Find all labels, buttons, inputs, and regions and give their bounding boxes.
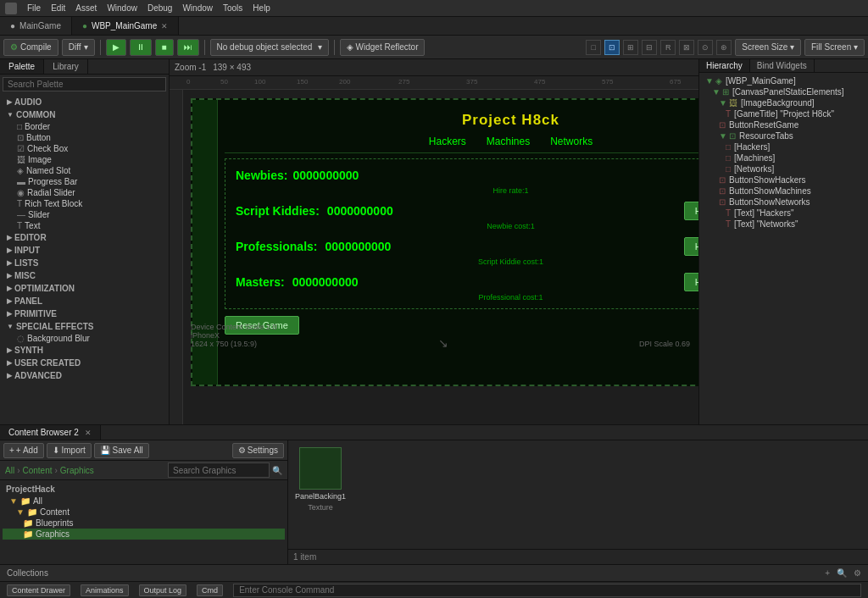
settings-button[interactable]: ⚙ Settings (232, 443, 284, 458)
tab-library[interactable]: Library (44, 59, 88, 74)
fill-screen-button[interactable]: Fill Screen ▾ (804, 39, 865, 56)
palette-cat-audio[interactable]: ▶ AUDIO (3, 96, 165, 108)
debug-dropdown[interactable]: No debug object selected ▾ (210, 39, 329, 56)
palette-item-button[interactable]: ⊡ Button (3, 132, 165, 143)
import-button[interactable]: ⬇ Import (47, 443, 92, 458)
menu-window2[interactable]: Window (182, 3, 213, 13)
palette-cat-advanced[interactable]: ▶ ADVANCED (3, 369, 165, 382)
stop-button[interactable]: ■ (155, 39, 174, 56)
palette-cat-editor[interactable]: ▶ EDITOR (3, 231, 165, 244)
menu-tools[interactable]: Tools (223, 3, 242, 13)
path-content[interactable]: Content (22, 466, 52, 475)
animations-button[interactable]: Animations (81, 584, 129, 596)
output-log-button[interactable]: Output Log (139, 584, 187, 596)
palette-cat-synth[interactable]: ▶ SYNTH (3, 344, 165, 357)
path-all[interactable]: All (5, 466, 14, 475)
palette-item-progressbar[interactable]: ▬ Progress Bar (3, 176, 165, 187)
palette-cat-primitive[interactable]: ▶ PRIMITIVE (3, 307, 165, 320)
play-button[interactable]: ▶ (106, 39, 126, 56)
step-button[interactable]: ⏭ (177, 39, 199, 56)
console-command-input[interactable] (233, 584, 861, 597)
tree-btnnetworks[interactable]: ⊡ ButtonShowNetworks (702, 197, 865, 208)
tree-text-networks[interactable]: T [Text] "Networks" (702, 219, 865, 230)
content-drawer-button[interactable]: Content Drawer (7, 584, 70, 596)
tab-bind-widgets[interactable]: Bind Widgets (750, 59, 815, 72)
viewport-icon-1[interactable]: □ (586, 40, 601, 55)
viewport-icon-4[interactable]: ⊟ (642, 40, 657, 55)
palette-item-bgblur[interactable]: ◌ Background Blur (3, 333, 165, 344)
menu-asset[interactable]: Asset (75, 3, 97, 13)
folder-all[interactable]: ▼ 📁 All (3, 496, 285, 507)
tree-hackers[interactable]: □ [Hackers] (702, 141, 865, 152)
menu-file[interactable]: File (27, 3, 41, 13)
asset-panel-backing[interactable]: PanelBacking1 Texture (295, 447, 346, 512)
tree-networks[interactable]: □ [Networks] (702, 163, 865, 174)
palette-item-richtextblock[interactable]: T Rich Text Block (3, 198, 165, 209)
palette-cat-input[interactable]: ▶ INPUT (3, 244, 165, 257)
palette-item-namedslot[interactable]: ◈ Named Slot (3, 165, 165, 176)
palette-item-radialslider[interactable]: ◉ Radial Slider (3, 187, 165, 198)
hire-sk-button[interactable]: Hire (684, 202, 698, 220)
save-all-button[interactable]: 💾 Save All (94, 443, 149, 458)
tree-wbp-maingame[interactable]: ▼ ◈ [WBP_MainGame] (702, 75, 865, 86)
folder-content[interactable]: ▼ 📁 Content (3, 507, 285, 518)
menu-debug[interactable]: Debug (147, 3, 172, 13)
palette-search-input[interactable] (3, 77, 166, 91)
hire-masters-button[interactable]: Hire (684, 273, 698, 291)
viewport-icon-3[interactable]: ⊞ (623, 40, 638, 55)
viewport-icon-8[interactable]: ⊛ (716, 40, 732, 55)
tab-palette[interactable]: Palette (0, 59, 44, 74)
tree-imagebg[interactable]: ▼ 🖼 [ImageBackground] (702, 97, 865, 108)
nav-machines[interactable]: Machines (487, 136, 530, 147)
settings-collection-icon[interactable]: ⚙ (854, 568, 861, 578)
nav-networks[interactable]: Networks (550, 136, 593, 147)
menu-edit[interactable]: Edit (51, 3, 65, 13)
menu-window[interactable]: Window (107, 3, 137, 13)
viewport-icon-2[interactable]: ⊡ (604, 40, 620, 55)
tab-hierarchy[interactable]: Hierarchy (699, 59, 750, 72)
palette-item-image[interactable]: 🖼 Image (3, 154, 165, 165)
palette-cat-misc[interactable]: ▶ MISC (3, 269, 165, 282)
folder-blueprints[interactable]: 📁 Blueprints (3, 518, 285, 529)
palette-item-slider[interactable]: — Slider (3, 209, 165, 220)
nav-hackers[interactable]: Hackers (429, 136, 466, 147)
viewport-icon-7[interactable]: ⊙ (698, 40, 713, 55)
hire-pro-button[interactable]: Hire (684, 237, 698, 256)
content-browser-close-icon[interactable]: ✕ (85, 429, 92, 437)
path-graphics[interactable]: Graphics (60, 466, 94, 475)
palette-item-border[interactable]: □ Border (3, 121, 165, 132)
tab-content-browser[interactable]: Content Browser 2 ✕ (0, 425, 101, 440)
menu-help[interactable]: Help (253, 3, 270, 13)
canvas-resize-handle[interactable]: ↘ (438, 336, 448, 350)
tree-text-hackers[interactable]: T [Text] "Hackers" (702, 208, 865, 219)
tab-maingame[interactable]: ● MainGame (0, 17, 72, 35)
viewport-icon-5[interactable]: R (660, 40, 676, 55)
add-collection-icon[interactable]: + (825, 568, 830, 578)
cmd-button[interactable]: Cmd (197, 584, 223, 596)
palette-cat-common[interactable]: ▼ COMMON (3, 108, 165, 121)
widget-reflector-button[interactable]: ◈ Widget Reflector (340, 39, 426, 56)
diff-button[interactable]: Diff ▾ (62, 39, 95, 56)
palette-cat-usercreated[interactable]: ▶ USER CREATED (3, 357, 165, 369)
tree-machines[interactable]: □ [Machines] (702, 152, 865, 163)
palette-cat-panel[interactable]: ▶ PANEL (3, 295, 165, 307)
palette-item-text[interactable]: T Text (3, 220, 165, 231)
compile-button[interactable]: ⚙ Compile (3, 39, 58, 56)
tab-wbp-maingame[interactable]: ● WBP_MainGame ✕ (72, 17, 179, 35)
palette-cat-special[interactable]: ▼ SPECIAL EFFECTS (3, 320, 165, 333)
tree-resourcetabs[interactable]: ▼ ⊡ ResourceTabs (702, 130, 865, 141)
tree-resetgame[interactable]: ⊡ ButtonResetGame (702, 119, 865, 130)
viewport-icon-6[interactable]: ⊠ (679, 40, 694, 55)
search-graphics-input[interactable] (168, 462, 270, 478)
tree-btnmachines[interactable]: ⊡ ButtonShowMachines (702, 185, 865, 197)
search-collection-icon[interactable]: 🔍 (837, 568, 847, 578)
palette-cat-lists[interactable]: ▶ LISTS (3, 257, 165, 269)
canvas-main[interactable]: 0 50 100 150 200 275 375 475 575 675 750… (170, 76, 698, 424)
tree-canvas-panel[interactable]: ▼ ⊞ [CanvasPanelStaticElements] (702, 86, 865, 97)
screen-size-button[interactable]: Screen Size ▾ (735, 39, 801, 56)
tree-gametitle[interactable]: T [GameTitle] "Project H8ck" (702, 108, 865, 119)
folder-graphics[interactable]: 📁 Graphics (3, 529, 285, 540)
palette-cat-optimization[interactable]: ▶ OPTIMIZATION (3, 282, 165, 295)
pause-button[interactable]: ⏸ (130, 39, 152, 56)
tab-close-icon[interactable]: ✕ (161, 22, 168, 30)
